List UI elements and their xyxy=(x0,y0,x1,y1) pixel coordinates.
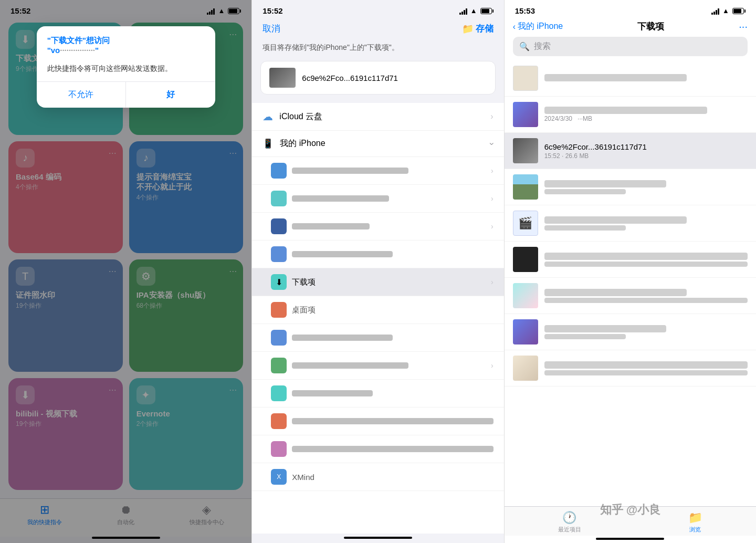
file-name-8 xyxy=(544,325,748,332)
location-sub-11[interactable]: X XMind xyxy=(252,463,503,491)
page-title: 下载项 xyxy=(637,20,664,33)
tab-browse[interactable]: 📁 浏览 xyxy=(688,511,702,534)
search-bar[interactable]: 🔍 搜索 xyxy=(513,37,748,56)
dialog-cancel-button[interactable]: 不允许 xyxy=(37,82,127,108)
dialog-title: "下载文件"想访问"vo················" xyxy=(47,36,205,55)
nav-back-button[interactable]: ‹ 我的 iPhone xyxy=(513,21,563,32)
file-item-7[interactable] xyxy=(505,278,756,314)
location-icloud[interactable]: ☁ iCloud 云盘 › xyxy=(252,103,503,131)
file-item-3[interactable]: 6c9e%2Fcor...36191c117d71 15:52 · 26.6 M… xyxy=(505,133,756,169)
status-icons-2: ▲ xyxy=(459,7,494,15)
browse-label: 浏览 xyxy=(689,526,701,534)
files-nav: ‹ 我的 iPhone 下载项 ··· xyxy=(505,18,756,37)
file-thumb-5: 🎬 xyxy=(513,211,538,236)
sub-folder-icon-3 xyxy=(271,218,287,234)
sub-folder-label-2 xyxy=(292,195,486,202)
sub-folder-icon-7 xyxy=(271,358,287,373)
file-name-2 xyxy=(544,107,748,114)
file-meta-4 xyxy=(544,189,748,194)
sub-folder-label-10 xyxy=(292,446,493,452)
recents-label: 最近项目 xyxy=(558,526,581,534)
file-item-6[interactable] xyxy=(505,242,756,278)
home-indicator-2 xyxy=(344,537,412,539)
file-item-4[interactable] xyxy=(505,169,756,205)
sub-folder-icon-5 xyxy=(271,302,287,318)
sub-folder-icon-8 xyxy=(271,385,287,401)
file-info-9 xyxy=(544,361,748,375)
file-info-3: 6c9e%2Fcor...36191c117d71 15:52 · 26.6 M… xyxy=(544,142,748,160)
sheet-save-button[interactable]: 存储 xyxy=(476,23,494,35)
sub-folder-label-9 xyxy=(292,418,493,424)
location-sub-2[interactable]: › xyxy=(252,185,503,213)
file-info-7 xyxy=(544,289,748,303)
file-name-text: 6c9e%2Fco...6191c117d71 xyxy=(302,74,398,82)
file-thumb-6 xyxy=(513,247,538,272)
file-item-1[interactable] xyxy=(505,60,756,97)
file-thumb-2 xyxy=(513,102,538,127)
file-thumb-9 xyxy=(513,356,538,381)
files-tab-bar: 🕐 最近项目 📁 浏览 xyxy=(505,506,756,536)
file-item-2[interactable]: 2024/3/30 ···MB xyxy=(505,97,756,133)
file-info-8 xyxy=(544,325,748,339)
dialog-header: "下载文件"想访问"vo················" xyxy=(37,26,215,63)
sub-chevron-3: › xyxy=(491,222,494,231)
sub-folder-icon-10 xyxy=(271,441,287,457)
battery-icon-2 xyxy=(480,8,494,14)
file-meta-6 xyxy=(544,262,748,267)
save-folder-icon: 📁 xyxy=(462,23,474,35)
sub-folder-icon-6 xyxy=(271,330,287,346)
file-item-8[interactable] xyxy=(505,314,756,350)
file-item-5[interactable]: 🎬 xyxy=(505,205,756,242)
time-2: 15:52 xyxy=(262,6,282,15)
file-info-4 xyxy=(544,180,748,194)
browse-icon: 📁 xyxy=(688,511,702,525)
location-sub-9[interactable] xyxy=(252,408,503,435)
battery-icon-3 xyxy=(732,8,746,14)
sub-chevron-2: › xyxy=(491,194,494,203)
status-bar-2: 15:52 ▲ xyxy=(252,0,503,18)
sheet-cancel-button[interactable]: 取消 xyxy=(262,23,280,35)
iphone-label: 我的 iPhone xyxy=(280,138,490,149)
signal-icon-3 xyxy=(711,7,719,15)
sub-folder-icon-9 xyxy=(271,413,287,429)
file-info-2: 2024/3/30 ···MB xyxy=(544,107,748,122)
more-options-button[interactable]: ··· xyxy=(739,20,748,33)
location-sub-1[interactable]: › xyxy=(252,157,503,185)
location-sub-3[interactable]: › xyxy=(252,213,503,241)
location-sub-8[interactable] xyxy=(252,380,503,408)
iphone-chevron: › xyxy=(487,142,497,145)
location-sub-10[interactable] xyxy=(252,435,503,463)
sub-folder-label-4 xyxy=(292,251,493,257)
sheet-nav: 取消 📁 存储 xyxy=(252,18,503,41)
dialog-confirm-button[interactable]: 好 xyxy=(126,82,215,108)
file-meta-7 xyxy=(544,298,748,303)
file-thumb-4 xyxy=(513,174,538,200)
file-name-row: 6c9e%2Fco...6191c117d71 xyxy=(260,61,495,95)
location-downloads[interactable]: ⬇ 下载项 › xyxy=(252,268,503,296)
file-thumb-8 xyxy=(513,319,538,344)
files-list: 2024/3/30 ···MB 6c9e%2Fcor...36191c117d7… xyxy=(505,60,756,506)
sub-chevron-1: › xyxy=(491,166,494,175)
location-sub-5[interactable]: 桌面项 xyxy=(252,296,503,324)
file-item-9[interactable] xyxy=(505,350,756,387)
downloads-icon: ⬇ xyxy=(271,274,287,290)
location-sub-4[interactable] xyxy=(252,241,503,268)
nav-back-label: 我的 iPhone xyxy=(518,21,563,32)
status-icons-3: ▲ xyxy=(711,7,746,15)
file-name-3: 6c9e%2Fcor...36191c117d71 xyxy=(544,142,748,151)
location-sub-6[interactable] xyxy=(252,324,503,352)
sub-folder-icon-1 xyxy=(271,163,287,179)
sheet-save-area: 📁 存储 xyxy=(462,23,494,35)
icloud-chevron: › xyxy=(490,112,493,121)
sub-folder-label-6 xyxy=(292,335,493,341)
wifi-icon-2: ▲ xyxy=(470,7,477,15)
location-sub-7[interactable]: › xyxy=(252,352,503,380)
tab-recents[interactable]: 🕐 最近项目 xyxy=(558,511,581,534)
location-iphone[interactable]: 📱 我的 iPhone › xyxy=(252,131,503,157)
file-thumb-inner xyxy=(269,68,296,88)
file-info-6 xyxy=(544,253,748,267)
file-meta-5 xyxy=(544,225,748,231)
sub-folder-label-11: XMind xyxy=(292,473,493,482)
sub-folder-icon-2 xyxy=(271,191,287,206)
file-meta-8 xyxy=(544,334,748,339)
